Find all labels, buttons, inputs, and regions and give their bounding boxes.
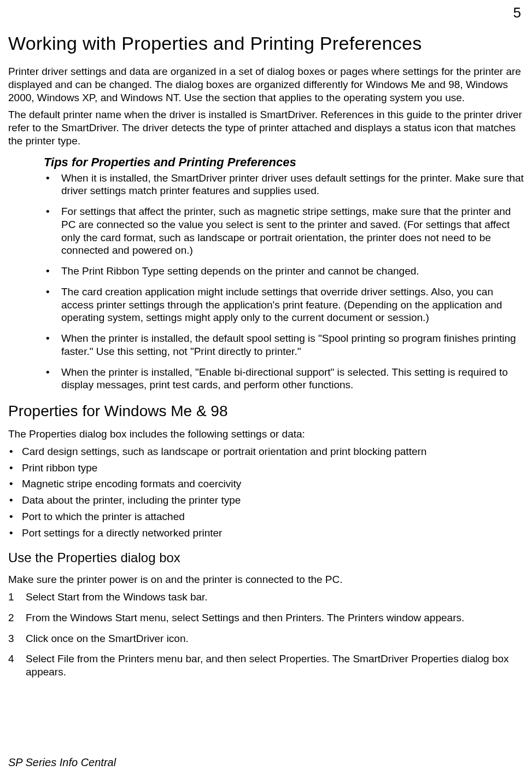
footer-text: SP Series Info Central [8, 756, 116, 769]
list-item: Port to which the printer is attached [8, 510, 524, 523]
tips-heading: Tips for Properties and Printing Prefere… [44, 155, 524, 170]
list-item: Magnetic stripe encoding formats and coe… [8, 477, 524, 491]
list-item: Click once on the SmartDriver icon. [8, 632, 524, 645]
list-item: When the printer is installed, the defau… [44, 332, 524, 358]
list-item: Card design settings, such as landscape … [8, 445, 524, 458]
list-item: From the Windows Start menu, select Sett… [8, 611, 524, 625]
list-item: Data about the printer, including the pr… [8, 494, 524, 507]
intro-paragraph-2: The default printer name when the driver… [8, 108, 524, 147]
props-intro: The Properties dialog box includes the f… [8, 428, 524, 441]
list-item: When the printer is installed, "Enable b… [44, 366, 524, 392]
page-number: 5 [513, 4, 521, 21]
list-item: Print ribbon type [8, 462, 524, 475]
list-item: The card creation application might incl… [44, 285, 524, 324]
list-item: Select File from the Printers menu bar, … [8, 652, 524, 679]
page-title: Working with Properties and Printing Pre… [8, 33, 524, 54]
list-item: The Print Ribbon Type setting depends on… [44, 265, 524, 278]
list-item: For settings that affect the printer, su… [44, 205, 524, 257]
list-item: Select Start from the Windows task bar. [8, 591, 524, 604]
intro-paragraph-1: Printer driver settings and data are org… [8, 65, 524, 104]
section-heading-use-dialog: Use the Properties dialog box [8, 550, 524, 565]
steps-list: Select Start from the Windows task bar. … [8, 591, 524, 679]
steps-intro: Make sure the printer power is on and th… [8, 573, 524, 586]
list-item: When it is installed, the SmartDriver pr… [44, 172, 524, 198]
props-list: Card design settings, such as landscape … [8, 445, 524, 540]
tips-list: When it is installed, the SmartDriver pr… [44, 172, 524, 392]
section-heading-properties: Properties for Windows Me & 98 [8, 402, 524, 420]
list-item: Port settings for a directly networked p… [8, 527, 524, 540]
